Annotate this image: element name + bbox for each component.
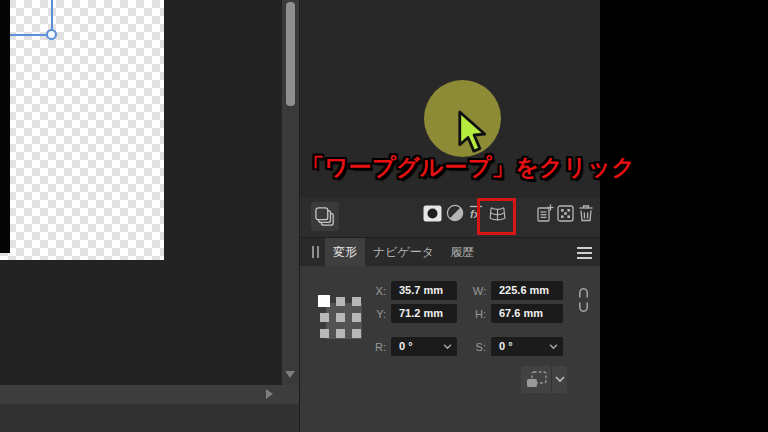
tab-history[interactable]: 履歴: [442, 238, 482, 266]
chevron-down-icon: [443, 344, 452, 350]
add-layer-button[interactable]: [536, 204, 554, 223]
s-label: S:: [460, 341, 486, 353]
mask-layer-button[interactable]: [423, 205, 442, 222]
shear-value: 0 °: [499, 340, 513, 352]
anchor-cell[interactable]: [336, 297, 345, 306]
rotation-select[interactable]: 0 °: [391, 337, 457, 356]
transform-panel: X: 35.7 mm W: 225.6 mm Y: 71.2 mm H: 67.…: [300, 266, 601, 432]
adjustment-button[interactable]: [446, 204, 464, 222]
anchor-cell[interactable]: [336, 329, 345, 338]
add-layer-icon: [536, 204, 554, 223]
anchor-cell-top-left[interactable]: [318, 295, 330, 307]
screenshot-stage: fx: [0, 0, 768, 432]
w-field[interactable]: 225.6 mm: [491, 281, 563, 300]
anchor-cell[interactable]: [320, 329, 329, 338]
delete-icon: [578, 204, 594, 222]
canvas-viewport[interactable]: [0, 0, 282, 432]
pattern-icon: [557, 205, 574, 222]
layers-button[interactable]: [311, 202, 339, 231]
vertical-scrollbar-thumb[interactable]: [286, 2, 295, 106]
mask-icon: [423, 205, 442, 222]
panel-menu-icon[interactable]: [577, 247, 592, 259]
artboard-transparent-checker[interactable]: [0, 0, 164, 260]
w-label: W:: [460, 285, 486, 297]
anchor-cell[interactable]: [336, 313, 345, 322]
chevron-down-icon: [555, 376, 565, 383]
layers-panel-toolbar: fx: [300, 198, 601, 237]
tab-transform[interactable]: 変形: [325, 238, 365, 266]
h-label: H:: [460, 308, 486, 320]
mouse-cursor-icon: [457, 110, 487, 154]
anchor-cell[interactable]: [352, 329, 361, 338]
selection-corner-handle[interactable]: [46, 29, 57, 40]
r-label: R:: [360, 341, 386, 353]
x-field[interactable]: 35.7 mm: [391, 281, 457, 300]
pattern-layer-button[interactable]: [557, 205, 574, 222]
scroll-right-arrow-icon[interactable]: [266, 389, 273, 399]
studio-tabs-row: 変形 ナビゲータ 履歴: [300, 237, 601, 266]
layers-icon: [315, 207, 335, 227]
delete-layer-button[interactable]: [578, 204, 594, 222]
letterbox-right: [600, 0, 768, 432]
selection-box-menu[interactable]: [552, 366, 567, 393]
horizontal-scrollbar[interactable]: [0, 385, 299, 404]
link-dimensions-icon[interactable]: [577, 286, 590, 314]
vertical-scrollbar[interactable]: [282, 0, 299, 385]
tutorial-callout-text: 「ワープグループ」をクリック: [301, 152, 635, 183]
scroll-down-arrow-icon[interactable]: [285, 371, 295, 378]
h-field[interactable]: 67.6 mm: [491, 304, 563, 323]
selection-box-button[interactable]: [521, 366, 567, 393]
warp-group-highlight-box: [477, 198, 516, 235]
studio-panel: fx: [299, 0, 600, 432]
tab-navigator[interactable]: ナビゲータ: [365, 238, 442, 266]
anchor-cell[interactable]: [320, 313, 329, 322]
canvas-black-object[interactable]: [0, 0, 10, 253]
shear-select[interactable]: 0 °: [491, 337, 563, 356]
selection-box-icon[interactable]: [521, 366, 552, 393]
rotation-value: 0 °: [399, 340, 413, 352]
anchor-cell[interactable]: [352, 297, 361, 306]
panel-drag-handle[interactable]: [312, 238, 319, 266]
canvas-bottom-strip: [0, 404, 299, 432]
chevron-down-icon: [549, 344, 558, 350]
y-label: Y:: [360, 308, 386, 320]
adjustment-icon: [446, 204, 464, 222]
x-label: X:: [360, 285, 386, 297]
y-field[interactable]: 71.2 mm: [391, 304, 457, 323]
